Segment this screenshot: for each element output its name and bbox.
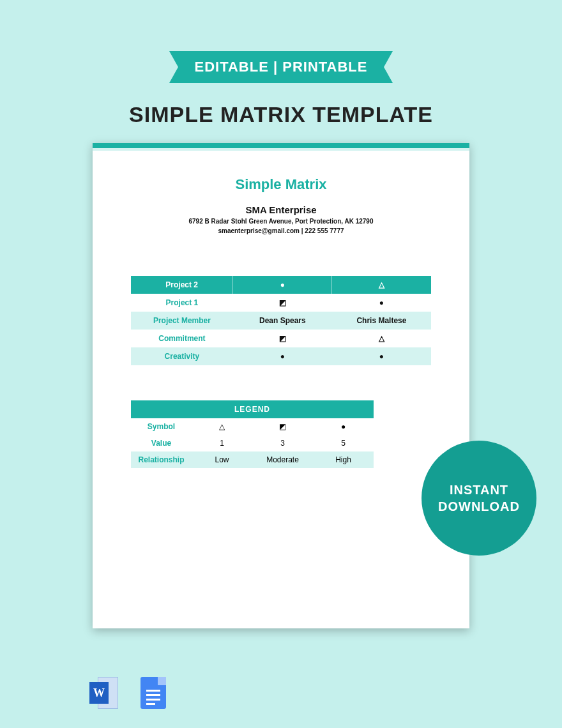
- company-name: SMA Enterprise: [131, 204, 431, 215]
- instant-download-badge[interactable]: INSTANT DOWNLOAD: [422, 441, 536, 556]
- legend-cell: Moderate: [252, 451, 313, 468]
- legend-row-label: Relationship: [131, 451, 192, 468]
- matrix-header-c2: △: [332, 276, 431, 294]
- matrix-cell: ◩: [233, 294, 332, 312]
- matrix-cell: Dean Spears: [233, 312, 332, 330]
- company-contact: smaenterprise@gmail.com | 222 555 7777: [131, 227, 431, 234]
- legend-row-label: Symbol: [131, 418, 192, 435]
- legend-title: LEGEND: [131, 400, 374, 418]
- legend-row: Symbol△◩●: [131, 418, 374, 435]
- matrix-row-label: Commitment: [131, 330, 233, 347]
- matrix-row: Creativity●●: [131, 347, 431, 365]
- document-title: Simple Matrix: [131, 176, 431, 193]
- legend-table: LEGEND Symbol△◩●Value135RelationshipLowM…: [131, 400, 374, 468]
- legend-row: RelationshipLowModerateHigh: [131, 451, 374, 468]
- company-address: 6792 B Radar Stohl Green Avenue, Port Pr…: [131, 218, 431, 225]
- matrix-cell: ●: [332, 347, 431, 365]
- format-icons: W: [89, 677, 166, 709]
- matrix-row-label: Project Member: [131, 312, 233, 330]
- matrix-row-label: Creativity: [131, 347, 233, 365]
- matrix-cell: ◩: [233, 330, 332, 347]
- matrix-cell: Chris Maltese: [332, 312, 431, 330]
- ribbon-text: EDITABLE | PRINTABLE: [194, 59, 367, 75]
- matrix-header-c1: ●: [233, 276, 332, 294]
- legend-cell: △: [192, 418, 252, 435]
- word-glyph: W: [89, 682, 109, 704]
- legend-cell: 5: [313, 435, 374, 451]
- legend-cell: ◩: [252, 418, 313, 435]
- matrix-cell: ●: [332, 294, 431, 312]
- matrix-row: Project 1◩●: [131, 294, 431, 312]
- google-docs-icon[interactable]: [140, 677, 166, 709]
- matrix-cell: △: [332, 330, 431, 347]
- document-preview: Simple Matrix SMA Enterprise 6792 B Rada…: [93, 143, 469, 628]
- matrix-row-label: Project 1: [131, 294, 233, 312]
- matrix-row: Commitment◩△: [131, 330, 431, 347]
- matrix-cell: ●: [233, 347, 332, 365]
- ms-word-icon[interactable]: W: [89, 677, 118, 709]
- legend-row-label: Value: [131, 435, 192, 451]
- matrix-table: Project 2 ● △ Project 1◩●Project MemberD…: [131, 276, 431, 365]
- legend-cell: Low: [192, 451, 252, 468]
- page-title: SIMPLE MATRIX TEMPLATE: [0, 102, 562, 127]
- legend-cell: 1: [192, 435, 252, 451]
- legend-cell: 3: [252, 435, 313, 451]
- legend-header: LEGEND: [131, 400, 374, 418]
- matrix-header-row: Project 2 ● △: [131, 276, 431, 294]
- document-top-bar: [93, 143, 469, 151]
- badge-line-2: DOWNLOAD: [438, 498, 520, 515]
- legend-cell: High: [313, 451, 374, 468]
- matrix-row: Project MemberDean SpearsChris Maltese: [131, 312, 431, 330]
- matrix-header-label: Project 2: [131, 276, 233, 294]
- badge-line-1: INSTANT: [438, 482, 520, 498]
- legend-cell: ●: [313, 418, 374, 435]
- ribbon-banner: EDITABLE | PRINTABLE: [169, 51, 393, 83]
- legend-row: Value135: [131, 435, 374, 451]
